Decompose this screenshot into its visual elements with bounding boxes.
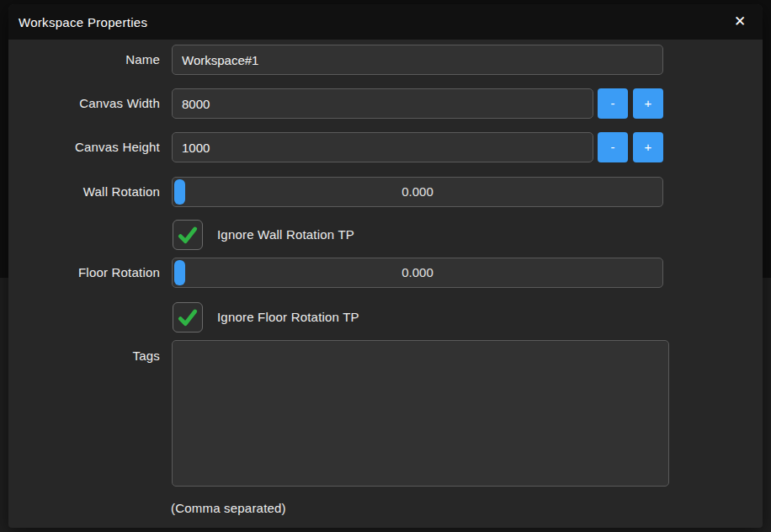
close-icon: ✕ — [734, 13, 746, 29]
floor-rotation-value: 0.000 — [173, 258, 662, 287]
wall-rotation-value: 0.000 — [173, 178, 662, 206]
check-icon — [177, 224, 199, 246]
floor-rotation-label: Floor Rotation — [8, 258, 160, 288]
canvas-height-label: Canvas Height — [8, 132, 160, 162]
workspace-properties-dialog: Workspace Properties ✕ Name Canvas Width… — [8, 4, 763, 528]
ignore-floor-rotation-checkbox[interactable] — [173, 302, 203, 332]
close-button[interactable]: ✕ — [727, 9, 752, 35]
ignore-floor-rotation-label: Ignore Floor Rotation TP — [217, 302, 359, 332]
ignore-wall-rotation-checkbox[interactable] — [173, 220, 203, 250]
canvas-height-input[interactable] — [172, 132, 593, 162]
tags-textarea[interactable] — [172, 340, 669, 487]
ignore-wall-rotation-label: Ignore Wall Rotation TP — [217, 220, 354, 250]
check-icon — [177, 306, 199, 328]
canvas-width-decrement-button[interactable]: - — [598, 88, 628, 119]
tags-note: (Comma separated) — [171, 501, 286, 515]
name-label: Name — [8, 45, 160, 75]
canvas-width-label: Canvas Width — [8, 88, 160, 119]
tags-label: Tags — [8, 341, 160, 371]
canvas-width-increment-button[interactable]: + — [633, 88, 663, 119]
wall-rotation-slider[interactable]: 0.000 — [172, 177, 663, 207]
canvas-height-decrement-button[interactable]: - — [598, 132, 628, 162]
floor-rotation-slider[interactable]: 0.000 — [172, 258, 663, 288]
dialog-title: Workspace Properties — [19, 15, 147, 29]
dialog-titlebar: Workspace Properties ✕ — [8, 4, 763, 40]
wall-rotation-label: Wall Rotation — [8, 177, 160, 207]
name-input[interactable] — [172, 45, 663, 75]
canvas-height-increment-button[interactable]: + — [633, 132, 663, 162]
canvas-width-input[interactable] — [172, 88, 593, 119]
